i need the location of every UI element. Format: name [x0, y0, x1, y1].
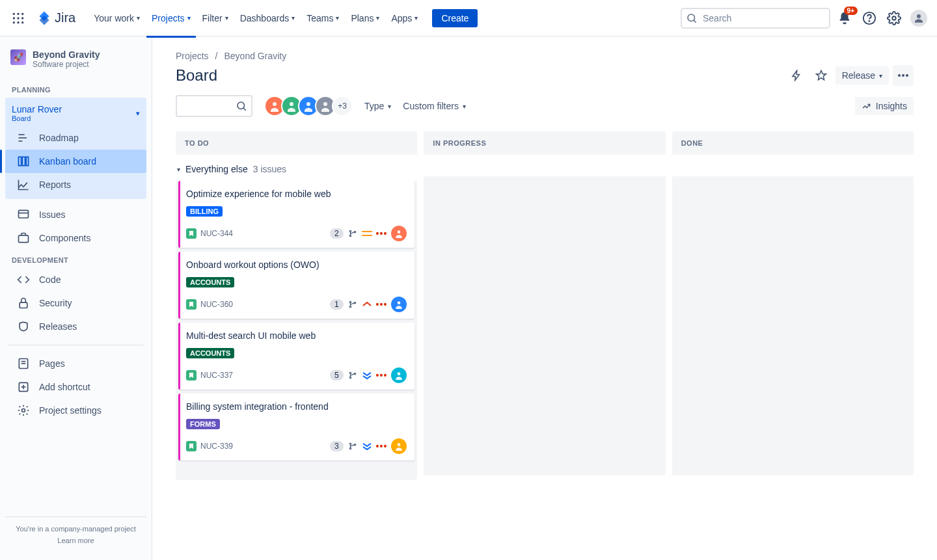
svg-point-6	[13, 21, 15, 23]
card-tag: FORMS	[186, 419, 220, 429]
sidebar-item-code[interactable]: Code	[5, 268, 146, 291]
svg-point-55	[349, 443, 351, 444]
release-button[interactable]: Release ▾	[835, 66, 889, 85]
svg-point-51	[349, 372, 351, 373]
count-badge: 3	[330, 441, 344, 451]
sidebar-item-security[interactable]: Security	[5, 291, 146, 315]
assignee-avatar[interactable]	[391, 297, 407, 312]
sidebar-item-pages[interactable]: Pages	[5, 352, 146, 375]
help-icon[interactable]	[859, 8, 880, 29]
chevron-down-icon: ▾	[136, 109, 140, 118]
nav-your-work[interactable]: Your work▾	[88, 10, 145, 26]
project-header[interactable]: 🚀 Beyond Gravity Software project	[5, 49, 146, 79]
sidebar-item-reports[interactable]: Reports	[5, 173, 146, 196]
svg-rect-20	[26, 157, 28, 165]
nav-apps[interactable]: Apps▾	[386, 10, 423, 26]
nav-plans[interactable]: Plans▾	[346, 10, 385, 26]
insights-button[interactable]: Insights	[855, 97, 914, 115]
profile-avatar[interactable]	[908, 8, 929, 29]
top-nav: Jira Your work▾Projects▾Filter▾Dashboard…	[0, 0, 937, 36]
create-button[interactable]: Create	[432, 9, 478, 27]
custom-filters[interactable]: Custom filters ▾	[403, 101, 466, 111]
app-switcher-icon[interactable]	[8, 8, 29, 29]
board-group: Lunar Rover Board ▾ RoadmapKanban boardR…	[5, 98, 146, 199]
filters-row: +3 Type ▾ Custom filters ▾ Insights	[176, 95, 914, 117]
breadcrumb-item[interactable]: Projects	[176, 51, 209, 61]
chevron-down-icon: ▾	[414, 14, 418, 21]
issue-key: NUC-360	[200, 300, 233, 309]
nav-filter[interactable]: Filter▾	[197, 10, 234, 26]
card-title: Multi-dest search UI mobile web	[186, 330, 407, 341]
nav-projects[interactable]: Projects▾	[146, 10, 196, 26]
svg-point-48	[349, 306, 351, 307]
column-header: DONE	[672, 131, 914, 155]
issue-key: NUC-344	[200, 229, 233, 238]
assignee-avatar[interactable]	[391, 438, 407, 454]
issue-card[interactable]: Billing system integration - frontendFOR…	[178, 393, 414, 460]
card-title: Onboard workout options (OWO)	[186, 260, 407, 270]
release-label: Release	[842, 70, 875, 81]
bolt-icon[interactable]	[786, 65, 807, 86]
sidebar-item-issues[interactable]: Issues	[5, 203, 146, 226]
breadcrumb-item[interactable]: Beyond Gravity	[224, 51, 286, 61]
svg-point-56	[349, 447, 351, 449]
assignee-avatar[interactable]	[391, 367, 407, 383]
issue-card[interactable]: Optimize experience for mobile webBILLIN…	[178, 181, 414, 248]
svg-rect-21	[19, 210, 29, 218]
assignee-avatar[interactable]	[391, 226, 407, 241]
svg-point-4	[17, 17, 19, 19]
priority-icon	[362, 299, 372, 310]
svg-point-50	[398, 301, 401, 304]
svg-point-5	[21, 17, 23, 19]
more-icon[interactable]	[893, 65, 914, 86]
svg-point-9	[688, 14, 695, 21]
issue-card[interactable]: Multi-dest search UI mobile webACCOUNTSN…	[178, 323, 414, 390]
sidebar-item-kanban-board[interactable]: Kanban board	[5, 150, 146, 173]
blocker-icon: •••	[376, 441, 388, 451]
count-badge: 1	[330, 299, 344, 310]
notification-badge: 9+	[844, 7, 858, 15]
type-filter[interactable]: Type ▾	[364, 101, 391, 111]
sidebar-item-label: Reports	[39, 180, 71, 190]
issue-key: NUC-337	[200, 371, 233, 380]
search-input[interactable]	[681, 8, 830, 29]
global-search	[681, 8, 830, 29]
svg-point-13	[892, 16, 896, 20]
swimlane-header[interactable]: ▾ Everything else 3 issues	[176, 155, 417, 181]
nav-dashboards[interactable]: Dashboards▾	[235, 10, 301, 26]
notifications-icon[interactable]: 9+	[834, 8, 855, 29]
sidebar-item-roadmap[interactable]: Roadmap	[5, 126, 146, 150]
issue-card[interactable]: Onboard workout options (OWO)ACCOUNTSNUC…	[178, 252, 414, 319]
chevron-down-icon: ▾	[137, 14, 140, 21]
priority-icon	[362, 441, 372, 451]
svg-point-2	[21, 12, 23, 14]
nav-teams[interactable]: Teams▾	[301, 10, 344, 26]
sidebar-item-add-shortcut[interactable]: Add shortcut	[5, 375, 146, 399]
jira-logo[interactable]: Jira	[31, 10, 81, 26]
star-icon[interactable]	[811, 65, 832, 86]
filter-label: Type	[364, 101, 384, 111]
column-todo: TO DO ▾ Everything else 3 issues Optimiz…	[176, 131, 417, 480]
sidebar-item-label: Security	[39, 298, 72, 308]
avatar-more[interactable]: +3	[332, 96, 353, 116]
card-title: Billing system integration - frontend	[186, 401, 407, 412]
column-header: IN PROGRESS	[424, 131, 665, 155]
svg-point-46	[398, 230, 401, 233]
column-body	[424, 176, 665, 475]
svg-point-8	[21, 21, 23, 23]
jira-logo-text: Jira	[55, 10, 75, 25]
learn-more-link[interactable]: Learn more	[13, 537, 139, 544]
board-group-header[interactable]: Lunar Rover Board ▾	[5, 100, 146, 126]
story-icon	[186, 370, 197, 380]
main-content: Projects / Beyond Gravity Board Release …	[152, 36, 937, 560]
swimlane-count: 3 issues	[253, 164, 286, 174]
card-tag: BILLING	[186, 206, 223, 217]
svg-point-33	[902, 74, 904, 77]
branch-icon	[347, 299, 358, 310]
column-body: Optimize experience for mobile webBILLIN…	[176, 181, 417, 480]
sidebar-item-releases[interactable]: Releases	[5, 315, 146, 338]
search-icon	[686, 12, 698, 24]
settings-icon[interactable]	[884, 8, 904, 29]
sidebar-item-project-settings[interactable]: Project settings	[5, 399, 146, 422]
sidebar-item-components[interactable]: Components	[5, 226, 146, 250]
